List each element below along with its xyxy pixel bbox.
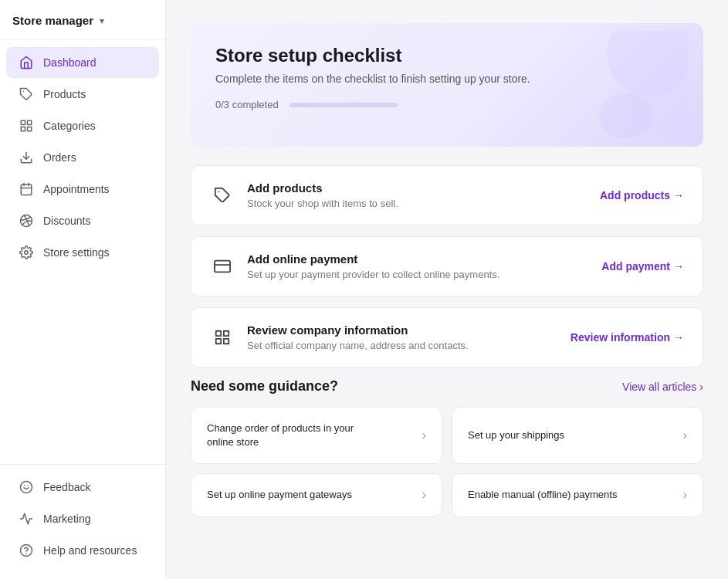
- card-left: Add online payment Set up your payment p…: [210, 252, 499, 280]
- svg-rect-6: [21, 185, 32, 195]
- card-title: Add online payment: [247, 252, 499, 266]
- card-left: Review company information Set official …: [210, 323, 469, 351]
- view-all-label: View all articles: [622, 381, 696, 393]
- sidebar-item-products[interactable]: Products: [6, 79, 159, 110]
- sidebar-item-label: Categories: [43, 120, 96, 132]
- guidance-card-text: Set up your shippings: [468, 428, 564, 442]
- app-title: Store manager: [12, 14, 93, 27]
- grid-icon: [19, 118, 34, 134]
- svg-rect-25: [216, 339, 221, 344]
- sidebar-item-dashboard[interactable]: Dashboard: [6, 47, 159, 78]
- arrow-icon: →: [673, 331, 684, 344]
- settings-icon: [19, 245, 34, 260]
- add-payment-link[interactable]: Add payment →: [601, 260, 684, 273]
- sidebar-item-appointments[interactable]: Appointments: [6, 174, 159, 205]
- svg-rect-4: [28, 127, 32, 131]
- guidance-card-text: Enable manual (offline) payments: [468, 488, 617, 502]
- checklist-card-review-company: Review company information Set official …: [191, 307, 703, 367]
- checklist-card-add-payment: Add online payment Set up your payment p…: [191, 236, 703, 296]
- calendar-icon: [19, 181, 34, 197]
- credit-card-icon: [210, 254, 235, 279]
- sidebar-item-categories[interactable]: Categories: [6, 110, 159, 141]
- banner-decoration: [564, 31, 688, 139]
- arrow-icon: →: [673, 189, 684, 201]
- review-info-label: Review information: [571, 331, 670, 344]
- chevron-right-icon: ›: [422, 428, 426, 442]
- checklist-banner: Store setup checklist Complete the items…: [191, 23, 703, 147]
- app-header[interactable]: Store manager ▾: [0, 0, 165, 40]
- add-products-link[interactable]: Add products →: [600, 189, 684, 201]
- guidance-title: Need some guidance?: [191, 378, 338, 394]
- guidance-header: Need some guidance? View all articles ›: [191, 378, 703, 394]
- sidebar-item-label: Help and resources: [43, 544, 137, 557]
- guidance-card-text: Set up online payment gateways: [207, 488, 352, 502]
- card-left: Add products Stock your shop with items …: [210, 181, 398, 209]
- home-icon: [19, 55, 34, 70]
- svg-rect-21: [215, 261, 230, 273]
- download-icon: [19, 150, 34, 165]
- card-text: Review company information Set official …: [247, 323, 469, 351]
- add-payment-label: Add payment: [601, 260, 670, 273]
- svg-rect-26: [224, 339, 229, 344]
- guidance-card-text: Change order of products in your online …: [207, 422, 361, 449]
- chevron-right-icon: ›: [699, 381, 703, 393]
- chevron-right-icon: ›: [683, 428, 687, 442]
- svg-rect-1: [21, 120, 25, 124]
- sidebar-item-label: Products: [43, 88, 86, 100]
- sidebar-nav: Dashboard Products Categories: [0, 40, 165, 464]
- card-text: Add products Stock your shop with items …: [247, 181, 398, 209]
- guidance-card-shippings[interactable]: Set up your shippings ›: [452, 407, 703, 464]
- svg-rect-2: [28, 120, 32, 124]
- chevron-right-icon: ›: [683, 488, 687, 502]
- sidebar-item-label: Orders: [43, 151, 76, 164]
- sidebar-item-discounts[interactable]: Discounts: [6, 205, 159, 236]
- svg-rect-3: [21, 127, 25, 131]
- checklist-card-add-products: Add products Stock your shop with items …: [191, 165, 703, 225]
- progress-label: 0/3 completed: [215, 99, 279, 110]
- sidebar-item-label: Marketing: [43, 513, 90, 525]
- chevron-down-icon: ▾: [100, 15, 104, 26]
- guidance-card-change-order[interactable]: Change order of products in your online …: [191, 407, 442, 464]
- main-content: Store setup checklist Complete the items…: [166, 0, 728, 579]
- card-title: Add products: [247, 181, 398, 195]
- building-icon: [210, 325, 235, 350]
- card-description: Set up your payment provider to collect …: [247, 269, 499, 280]
- sidebar-item-label: Feedback: [43, 481, 90, 493]
- svg-rect-23: [216, 331, 221, 336]
- tag-icon: [19, 86, 34, 102]
- guidance-card-manual-payments[interactable]: Enable manual (offline) payments ›: [452, 473, 703, 516]
- card-description: Stock your shop with items to sell.: [247, 198, 398, 209]
- sidebar-item-label: Store settings: [43, 246, 110, 259]
- card-text: Add online payment Set up your payment p…: [247, 252, 499, 280]
- view-all-articles-link[interactable]: View all articles ›: [622, 381, 703, 393]
- chevron-right-icon: ›: [422, 488, 426, 502]
- sidebar-item-label: Appointments: [43, 183, 110, 195]
- help-icon: [19, 543, 34, 558]
- guidance-grid: Change order of products in your online …: [191, 407, 703, 517]
- review-info-link[interactable]: Review information →: [571, 331, 684, 344]
- guidance-card-payment-gateways[interactable]: Set up online payment gateways ›: [191, 473, 442, 516]
- sidebar-bottom: Feedback Marketing Help and resources: [0, 464, 165, 579]
- add-products-label: Add products: [600, 189, 670, 201]
- sidebar-item-help[interactable]: Help and resources: [6, 535, 159, 566]
- feedback-icon: [19, 479, 34, 495]
- sidebar: Store manager ▾ Dashboard Products: [0, 0, 166, 579]
- tag-icon: [210, 183, 235, 208]
- discount-icon: [19, 213, 34, 229]
- sidebar-item-label: Discounts: [43, 215, 90, 227]
- marketing-icon: [19, 511, 34, 527]
- card-description: Set official company name, address and c…: [247, 340, 469, 351]
- progress-bar-background: [290, 103, 398, 107]
- sidebar-item-label: Dashboard: [43, 56, 97, 69]
- sidebar-item-orders[interactable]: Orders: [6, 142, 159, 173]
- sidebar-item-store-settings[interactable]: Store settings: [6, 237, 159, 268]
- card-title: Review company information: [247, 323, 469, 337]
- svg-rect-24: [224, 331, 229, 336]
- svg-point-12: [21, 482, 32, 493]
- svg-point-19: [599, 93, 653, 139]
- arrow-icon: →: [673, 260, 684, 273]
- sidebar-item-feedback[interactable]: Feedback: [6, 472, 159, 503]
- svg-point-11: [25, 251, 29, 255]
- sidebar-item-marketing[interactable]: Marketing: [6, 503, 159, 534]
